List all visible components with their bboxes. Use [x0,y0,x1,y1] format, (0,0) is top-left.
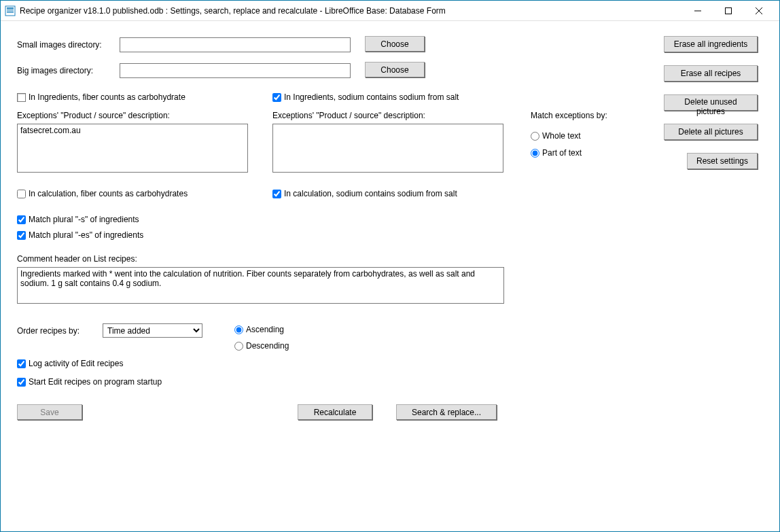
ascending-label: Ascending [246,325,284,334]
sodium-salt-calc-label: In calculation, sodium contains sodium f… [284,189,457,198]
part-text-radio[interactable] [531,149,539,158]
match-exceptions-label: Match exceptions by: [531,111,607,120]
comment-header-textarea[interactable]: Ingredients marked with * went into the … [17,267,504,304]
whole-text-radio[interactable] [531,132,539,141]
delete-unused-pictures-button[interactable]: Delete unused pictures [664,94,758,111]
fiber-carb-ingredient-checkbox[interactable] [17,93,26,102]
svg-rect-3 [7,11,14,12]
app-icon [5,5,16,16]
exceptions-left-label: Exceptions' "Product / source" descripti… [17,111,170,120]
fiber-carb-ingredient-checkbox-row[interactable]: In Ingredients, fiber counts as carbohyd… [17,92,185,102]
erase-ingredients-button[interactable]: Erase all ingredients [664,36,758,52]
part-text-row[interactable]: Part of text [531,148,582,158]
start-edit-label: Start Edit recipes on program startup [29,377,162,387]
exceptions-left-textarea[interactable]: fatsecret.com.au [17,124,248,173]
sodium-salt-ingredient-checkbox-row[interactable]: In Ingredients, sodium contains sodium f… [272,92,459,102]
ascending-row[interactable]: Ascending [234,325,284,334]
comment-header-label: Comment header on List recipes: [17,254,137,264]
log-activity-checkbox[interactable] [17,359,26,368]
close-button[interactable] [743,1,774,20]
whole-text-row[interactable]: Whole text [531,131,581,141]
log-activity-label: Log activity of Edit recipes [29,359,123,368]
start-edit-checkbox[interactable] [17,378,26,387]
part-text-label: Part of text [542,148,582,158]
svg-rect-6 [725,7,731,14]
sodium-salt-ingredient-label: In Ingredients, sodium contains sodium f… [284,92,459,102]
big-images-dir-input[interactable] [120,63,351,78]
match-s-row[interactable]: Match plural "-s" of ingredients [17,215,139,224]
match-s-label: Match plural "-s" of ingredients [29,215,139,224]
svg-rect-4 [7,12,14,13]
descending-radio[interactable] [234,342,243,351]
log-activity-row[interactable]: Log activity of Edit recipes [17,359,123,368]
reset-settings-button[interactable]: Reset settings [687,153,758,169]
exceptions-right-label: Exceptions' "Product / source" descripti… [272,111,425,120]
svg-rect-1 [7,7,14,9]
match-es-checkbox[interactable] [17,231,26,240]
match-es-label: Match plural "-es" of ingredients [29,230,143,240]
maximize-button[interactable] [713,1,743,20]
sodium-salt-calc-checkbox-row[interactable]: In calculation, sodium contains sodium f… [272,189,457,198]
fiber-carb-calc-checkbox-row[interactable]: In calculation, fiber counts as carbohyd… [17,189,188,198]
choose-big-dir-button[interactable]: Choose [365,62,425,77]
svg-rect-2 [7,10,14,10]
fiber-carb-calc-checkbox[interactable] [17,190,26,198]
erase-recipes-button[interactable]: Erase all recipes [664,65,758,82]
big-images-dir-label: Big images directory: [17,66,93,75]
titlebar: Recipe organizer v18.1.0 published.odb :… [1,1,779,21]
exceptions-right-textarea[interactable] [272,124,503,173]
ascending-radio[interactable] [234,325,243,334]
recalculate-button[interactable]: Recalculate [298,404,372,420]
start-edit-row[interactable]: Start Edit recipes on program startup [17,377,162,387]
match-es-row[interactable]: Match plural "-es" of ingredients [17,230,143,240]
fiber-carb-ingredient-label: In Ingredients, fiber counts as carbohyd… [29,92,185,102]
descending-row[interactable]: Descending [234,341,289,351]
match-s-checkbox[interactable] [17,215,26,224]
order-recipes-select[interactable]: Time added [103,323,202,338]
save-button[interactable]: Save [17,404,82,420]
delete-all-pictures-button[interactable]: Delete all pictures [664,124,758,140]
whole-text-label: Whole text [542,131,581,141]
search-replace-button[interactable]: Search & replace... [396,404,497,420]
sodium-salt-calc-checkbox[interactable] [272,190,281,198]
window-title: Recipe organizer v18.1.0 published.odb :… [20,6,682,16]
small-images-dir-label: Small images directory: [17,40,102,50]
fiber-carb-calc-label: In calculation, fiber counts as carbohyd… [29,189,188,198]
sodium-salt-ingredient-checkbox[interactable] [272,93,281,102]
choose-small-dir-button[interactable]: Choose [365,36,425,52]
small-images-dir-input[interactable] [120,37,351,52]
order-recipes-label: Order recipes by: [17,326,79,336]
descending-label: Descending [246,341,289,351]
minimize-button[interactable] [682,1,713,20]
